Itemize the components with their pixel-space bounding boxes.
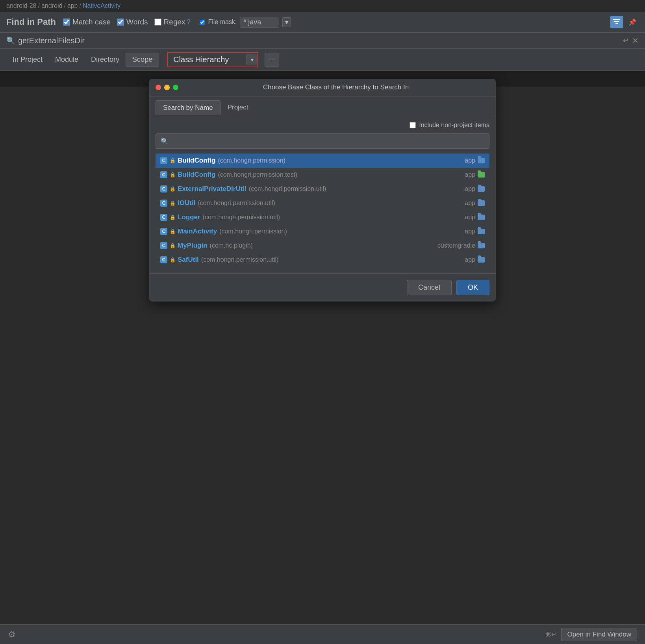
modal-title: Choose Base Class of the Hierarchy to Se…: [182, 83, 489, 91]
close-button[interactable]: [156, 85, 161, 90]
filter-button[interactable]: [610, 16, 623, 28]
words-checkbox[interactable]: [117, 19, 124, 26]
open-in-find-window-button[interactable]: Open in Find Window: [561, 628, 637, 641]
regex-option[interactable]: Regex ?: [154, 18, 191, 26]
tab-search-by-name[interactable]: Search by Name: [156, 100, 221, 115]
lock-icon: 🔒: [170, 200, 175, 206]
folder-icon: [478, 200, 485, 206]
scope-dropdown[interactable]: Class Hierarchy ▾: [167, 52, 258, 67]
lock-icon: 🔒: [170, 215, 175, 220]
folder-icon: [478, 257, 485, 263]
file-mask-checkbox[interactable]: [200, 20, 205, 25]
tab-directory[interactable]: Directory: [85, 53, 126, 66]
match-case-label[interactable]: Match case: [72, 18, 111, 26]
lock-icon: 🔒: [170, 257, 175, 263]
breadcrumb-item-current[interactable]: NativeActivity: [83, 2, 120, 9]
package-name: (com.hongri.permission): [218, 157, 285, 164]
folder-icon: [478, 158, 485, 163]
tab-in-project[interactable]: In Project: [6, 53, 49, 66]
status-bar: ⚙ ⌘↵ Open in Find Window: [0, 624, 645, 644]
search-enter-icon: ↵: [623, 36, 629, 45]
class-hierarchy-modal: Choose Base Class of the Hierarchy to Se…: [149, 79, 496, 302]
class-icon: C: [160, 256, 167, 263]
result-item[interactable]: C 🔒 SafUtil (com.hongri.permission.util)…: [156, 253, 489, 267]
regex-checkbox[interactable]: [154, 19, 161, 26]
modal-search-input[interactable]: [172, 137, 484, 145]
modal-search-field[interactable]: 🔍: [156, 133, 489, 149]
class-name: MyPlugin: [178, 242, 208, 250]
class-name: SafUtil: [178, 256, 199, 264]
result-item[interactable]: C 🔒 BuildConfig (com.hongri.permission) …: [156, 154, 489, 168]
maximize-button[interactable]: [173, 85, 178, 90]
class-icon: C: [160, 171, 167, 178]
lock-icon: 🔒: [170, 243, 175, 248]
result-item[interactable]: C 🔒 MainActivity (com.hongri.permission)…: [156, 224, 489, 239]
toolbar-options: Match case Words Regex ? File mask: ▾: [63, 17, 291, 28]
file-mask-input[interactable]: [240, 17, 279, 28]
result-item[interactable]: C 🔒 BuildConfig (com.hongri.permission.t…: [156, 168, 489, 182]
scope-dropdown-label: Class Hierarchy: [168, 53, 247, 67]
regex-label-text: Regex: [164, 18, 185, 26]
folder-icon: [478, 186, 485, 192]
tab-module[interactable]: Module: [49, 53, 85, 66]
include-non-project-label[interactable]: Include non-project items: [419, 122, 489, 129]
scope-more-button[interactable]: ···: [265, 53, 279, 67]
toolbar-icons: 📌: [610, 16, 639, 28]
main-content: Choose Base Class of the Hierarchy to Se…: [0, 71, 645, 87]
class-icon: C: [160, 242, 167, 249]
words-option[interactable]: Words: [117, 18, 148, 26]
class-name: ExternalPrivateDirUtil: [178, 185, 247, 193]
result-item[interactable]: C 🔒 ExternalPrivateDirUtil (com.hongri.p…: [156, 182, 489, 196]
search-bar: 🔍 ↵ ✕: [0, 33, 645, 49]
breadcrumb-item[interactable]: app: [67, 2, 78, 9]
svg-rect-0: [613, 19, 620, 20]
minimize-button[interactable]: [164, 85, 170, 90]
regex-help-icon[interactable]: ?: [187, 19, 191, 26]
match-case-checkbox[interactable]: [63, 19, 70, 26]
scope-dropdown-arrow[interactable]: ▾: [247, 54, 258, 65]
result-item[interactable]: C 🔒 Logger (com.hongri.permission.util) …: [156, 210, 489, 224]
file-mask-dropdown-btn[interactable]: ▾: [282, 17, 291, 27]
include-non-project-row: Include non-project items: [156, 122, 489, 129]
class-name: BuildConfig: [178, 157, 215, 165]
file-mask-label[interactable]: File mask:: [208, 19, 237, 26]
package-name: (com.hongri.permission.util): [201, 256, 279, 263]
module-name: app: [465, 171, 475, 178]
words-label[interactable]: Words: [126, 18, 148, 26]
tab-scope[interactable]: Scope: [126, 53, 159, 67]
breadcrumb-item[interactable]: android: [41, 2, 62, 9]
class-icon: C: [160, 228, 167, 235]
breadcrumb-item[interactable]: android-28: [6, 2, 37, 9]
keyboard-shortcut: ⌘↵: [545, 631, 556, 638]
class-name: BuildConfig: [178, 171, 215, 179]
search-input[interactable]: [18, 36, 620, 45]
cancel-button[interactable]: Cancel: [407, 280, 452, 295]
folder-icon: [478, 215, 485, 220]
pin-button[interactable]: 📌: [626, 16, 639, 28]
modal-footer: Cancel OK: [149, 273, 496, 302]
toolbar-title: Find in Path: [6, 17, 56, 27]
scope-dropdown-container: Class Hierarchy ▾ ···: [167, 52, 639, 67]
find-in-path-toolbar: Find in Path Match case Words Regex ? Fi…: [0, 12, 645, 33]
lock-icon: 🔒: [170, 186, 175, 192]
match-case-option[interactable]: Match case: [63, 18, 111, 26]
module-name: app: [465, 228, 475, 235]
module-name: app: [465, 200, 475, 207]
search-close-icon[interactable]: ✕: [632, 36, 639, 45]
gear-icon[interactable]: ⚙: [8, 629, 16, 640]
status-bar-left: ⚙: [8, 629, 16, 640]
breadcrumb: android-28 / android / app / NativeActiv…: [0, 0, 645, 12]
class-name: Logger: [178, 213, 200, 221]
modal-tabs: Search by Name Project: [149, 96, 496, 115]
result-item[interactable]: C 🔒 MyPlugin (com.hc.plugin) customgradl…: [156, 239, 489, 253]
folder-test-icon: [478, 172, 485, 178]
module-name: app: [465, 185, 475, 192]
result-item[interactable]: C 🔒 IOUtil (com.hongri.permission.util) …: [156, 196, 489, 210]
lock-icon: 🔒: [170, 229, 175, 234]
ok-button[interactable]: OK: [456, 280, 489, 295]
lock-icon: 🔒: [170, 172, 175, 178]
include-non-project-checkbox[interactable]: [410, 122, 416, 128]
tab-project[interactable]: Project: [221, 100, 256, 115]
status-bar-right: ⌘↵ Open in Find Window: [545, 628, 637, 641]
module-name: app: [465, 214, 475, 221]
